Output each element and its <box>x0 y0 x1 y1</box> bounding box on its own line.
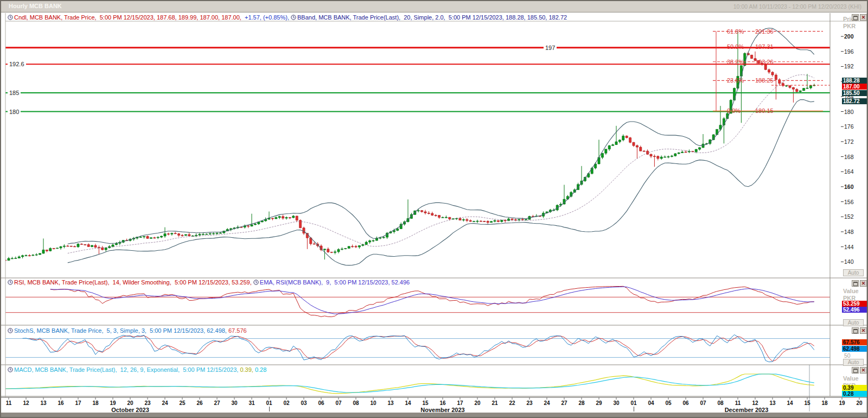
legend-text: 67.576 <box>228 327 247 334</box>
date-tick: 23 <box>141 400 155 406</box>
legend-text: RSI, MCB BANK, Trade Price(Last), 14, Wi… <box>14 279 253 286</box>
stoch-value-box: 62.498 <box>842 346 867 352</box>
date-tick: 06 <box>679 400 693 406</box>
date-tick: 17 <box>71 400 85 406</box>
date-tick: 02 <box>279 400 293 406</box>
price-axis-tick: 168 <box>844 154 854 160</box>
date-tick: 08 <box>713 400 727 406</box>
rsi-pane-restore-button[interactable] <box>852 280 859 287</box>
price-pane-restore-button[interactable] <box>852 14 859 21</box>
month-separator <box>634 407 634 411</box>
price-axis-tick: 192 <box>844 64 854 69</box>
date-tick: 13 <box>384 400 398 406</box>
price-axis-tick: 180 <box>844 109 854 115</box>
date-tick: 31 <box>245 400 259 406</box>
rsi-value-box: 53.259 <box>842 301 867 307</box>
date-tick: 21 <box>488 400 502 406</box>
date-tick: 27 <box>557 400 571 406</box>
price-pane-legend: Cndl, MCB BANK, Trade Price, 5:00 PM 12/… <box>8 14 567 21</box>
month-label: October 2023 <box>92 407 168 413</box>
macd-axis-unit: Value <box>843 375 859 382</box>
legend-text: StochS, MCB BANK, Trade Price, 5, 3, Sim… <box>14 327 228 334</box>
price-level-label: 185 <box>8 90 21 96</box>
date-tick: 05 <box>661 400 675 406</box>
restore-icon <box>853 282 858 286</box>
window-bottom-edge <box>1 413 867 418</box>
stoch-pane-axis-auto-button[interactable]: Auto <box>843 359 864 366</box>
legend-text: BBand, MCB BANK, Trade Price(Last), 20, … <box>297 14 567 21</box>
stoch-value-box: 67.576 <box>842 339 867 345</box>
stoch-pane-close-button[interactable]: ✕ <box>860 327 867 334</box>
fib-pct-label: 38.2% <box>727 59 744 65</box>
macd-value-box: 0.39 <box>842 385 867 391</box>
date-tick: 30 <box>227 400 241 406</box>
date-tick: 18 <box>818 400 832 406</box>
price-axis-tick: 176 <box>844 124 854 130</box>
month-label: November 2023 <box>405 407 481 413</box>
date-tick: 17 <box>453 400 467 406</box>
date-tick: 19 <box>835 400 849 406</box>
date-tick: 14 <box>783 400 797 406</box>
fib-value-label: 197.31 <box>755 43 774 50</box>
clock-interval-icon <box>291 15 297 20</box>
date-tick: 28 <box>575 400 589 406</box>
date-tick: 26 <box>193 400 207 406</box>
price-level-label: 180 <box>8 109 21 115</box>
date-tick: 07 <box>696 400 710 406</box>
date-tick: 25 <box>175 400 189 406</box>
date-tick: 01 <box>262 400 276 406</box>
date-tick: 07 <box>331 400 346 406</box>
price-axis-tick: 196 <box>844 49 854 55</box>
clock-interval-icon <box>8 328 14 333</box>
clock-interval-icon <box>253 280 259 285</box>
date-tick: 20 <box>852 400 866 406</box>
macd-pane-legend: MACD, MCB BANK, Trade Price(Last), 12, 2… <box>8 366 266 373</box>
date-tick: 15 <box>800 400 814 406</box>
rsi-axis-unit: Value <box>843 288 859 295</box>
date-tick: 08 <box>349 400 363 406</box>
date-tick: 13 <box>36 400 50 406</box>
macd-pane-close-button[interactable]: ✕ <box>860 367 867 373</box>
price-pane-axis-auto-button[interactable]: Auto <box>843 269 864 276</box>
date-tick: 20 <box>470 400 484 406</box>
date-tick: 11 <box>2 400 16 406</box>
date-tick: 01 <box>627 400 641 406</box>
price-axis-tick: 164 <box>844 169 854 175</box>
rsi-pane-axis-auto-button[interactable]: Auto <box>843 319 864 326</box>
price-value-box: 188.28 <box>842 78 867 84</box>
price-axis-tick: 160 <box>844 184 854 190</box>
clock-interval-icon <box>8 15 14 20</box>
date-tick: 18 <box>88 400 103 406</box>
fib-pct-label: 23.6% <box>727 77 744 84</box>
price-axis-tick: 172 <box>844 139 854 145</box>
month-separator <box>269 407 270 411</box>
macd-value-box: 0.28 <box>842 391 867 397</box>
price-pane-close-button[interactable]: ✕ <box>860 14 867 21</box>
stoch-pane-restore-button[interactable] <box>852 327 859 334</box>
date-tick: 30 <box>609 400 623 406</box>
date-tick: 06 <box>314 400 328 406</box>
price-axis-tick: 152 <box>844 214 854 220</box>
fib-value-label: 193.26 <box>755 59 774 65</box>
rsi-pane-close-button[interactable]: ✕ <box>860 280 867 287</box>
fib-pct-label: 61.8% <box>727 28 744 35</box>
date-tick: 16 <box>436 400 450 406</box>
date-tick: 16 <box>54 400 68 406</box>
visible-range-label: 10:00 AM 10/11/2023 - 12:00 PM 12/20/202… <box>733 3 861 10</box>
stoch-pane-legend: StochS, MCB BANK, Trade Price, 5, 3, Sim… <box>8 327 247 334</box>
stoch-axis-tick-50: 50 <box>844 353 851 359</box>
restore-icon <box>853 16 858 20</box>
date-tick: 15 <box>418 400 432 406</box>
price-axis-unit: PKR <box>843 23 856 30</box>
rsi-value-box: 52.496 <box>842 307 867 313</box>
macd-pane-restore-button[interactable] <box>852 367 859 373</box>
legend-text: 0.39, <box>240 366 255 373</box>
date-tick: 23 <box>522 400 537 406</box>
price-axis-tick: 200 <box>844 34 854 40</box>
price-axis-tick: 140 <box>844 259 854 265</box>
date-tick: 20 <box>123 400 137 406</box>
legend-text: Cndl, MCB BANK, Trade Price, 5:00 PM 12/… <box>14 14 245 21</box>
date-tick: 24 <box>158 400 172 406</box>
fib-value-label: 180.15 <box>755 107 774 114</box>
clock-interval-icon <box>8 367 14 372</box>
